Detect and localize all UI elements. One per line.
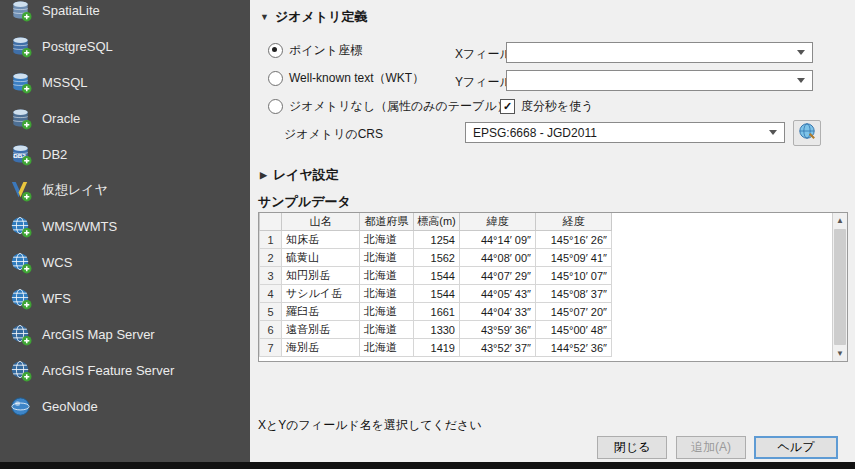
table-cell: 北海道: [360, 321, 414, 339]
table-cell: 1330: [414, 321, 460, 339]
scroll-down-icon[interactable]: ▼: [833, 346, 847, 361]
x-field-combobox[interactable]: [506, 42, 813, 63]
sidebar-item-仮想レイヤ[interactable]: 仮想レイヤ: [0, 172, 250, 208]
help-button[interactable]: ヘルプ: [754, 436, 838, 459]
row-number-cell: 5: [260, 303, 282, 321]
table-cell: 1254: [414, 231, 460, 249]
sidebar-item-label: DB2: [42, 147, 67, 162]
data-source-manager-dialog: SpatiaLite PostgreSQL MSSQL Oracle DB2: [0, 0, 855, 469]
arcgis-map-server-icon: [8, 322, 32, 346]
delimited-text-panel: ジオメトリ定義 ポイント座標 Well-known text（WKT） ジオメト…: [250, 0, 855, 462]
table-cell: 145°07′ 20″: [536, 303, 612, 321]
table-row[interactable]: 5羅臼岳北海道166144°04′ 33″145°07′ 20″: [260, 303, 612, 321]
status-message: XとYのフィールド名を選択してください: [258, 417, 482, 434]
column-header: 標高(m): [414, 213, 460, 231]
scroll-up-icon[interactable]: ▲: [833, 213, 847, 228]
table-cell: 1544: [414, 285, 460, 303]
point-coordinates-radio[interactable]: ポイント座標: [268, 42, 362, 59]
y-field-combobox[interactable]: [506, 70, 813, 91]
table-empty-area: [612, 213, 832, 361]
wkt-radio[interactable]: Well-known text（WKT）: [268, 70, 424, 87]
row-number-cell: 7: [260, 339, 282, 357]
sidebar-item-oracle[interactable]: Oracle: [0, 100, 250, 136]
sidebar-item-wms-wmts[interactable]: WMS/WMTS: [0, 208, 250, 244]
row-number-cell: 1: [260, 231, 282, 249]
crs-picker-button[interactable]: [793, 120, 821, 146]
sidebar-item-db2[interactable]: DB2 DB2: [0, 136, 250, 172]
table-cell: 145°10′ 07″: [536, 267, 612, 285]
wkt-label: Well-known text（WKT）: [289, 70, 424, 87]
sidebar-item-geonode[interactable]: GeoNode: [0, 388, 250, 424]
source-type-sidebar: SpatiaLite PostgreSQL MSSQL Oracle DB2: [0, 0, 250, 462]
sidebar-item-label: ArcGIS Feature Server: [42, 363, 174, 378]
table-cell: 144°52′ 36″: [536, 339, 612, 357]
table-cell: 北海道: [360, 285, 414, 303]
scrollbar-thumb[interactable]: [834, 229, 846, 345]
table-row[interactable]: 2硫黄山北海道156244°08′ 00″145°09′ 41″: [260, 249, 612, 267]
table-cell: 北海道: [360, 249, 414, 267]
add-button[interactable]: 追加(A): [676, 436, 746, 459]
wcs-globe-icon: [8, 250, 32, 274]
table-cell: 羅臼岳: [282, 303, 360, 321]
no-geometry-label: ジオメトリなし（属性のみのテーブル）: [289, 98, 509, 115]
sidebar-item-mssql[interactable]: MSSQL: [0, 64, 250, 100]
table-body: 1知床岳北海道125444°14′ 09″145°16′ 26″2硫黄山北海道1…: [260, 231, 612, 357]
crs-combobox[interactable]: EPSG:6668 - JGD2011: [465, 122, 785, 143]
dms-checkbox[interactable]: ✓ 度分秒を使う: [500, 98, 594, 115]
chevron-down-icon: [797, 78, 805, 83]
table-cell: 1661: [414, 303, 460, 321]
dms-label: 度分秒を使う: [521, 98, 594, 115]
sidebar-item-arcgis-feature-server[interactable]: ArcGIS Feature Server: [0, 352, 250, 388]
layer-settings-title: レイヤ設定: [273, 166, 339, 184]
sample-data-table: 山名都道府県標高(m)緯度経度 1知床岳北海道125444°14′ 09″145…: [259, 213, 612, 357]
table-header-row: 山名都道府県標高(m)緯度経度: [260, 213, 612, 231]
geonode-icon: [8, 394, 32, 418]
table-cell: 1544: [414, 267, 460, 285]
table-cell: 硫黄山: [282, 249, 360, 267]
table-cell: 44°05′ 43″: [460, 285, 536, 303]
sidebar-item-wfs[interactable]: WFS: [0, 280, 250, 316]
no-geometry-radio[interactable]: ジオメトリなし（属性のみのテーブル）: [268, 98, 509, 115]
table-cell: 44°08′ 00″: [460, 249, 536, 267]
arcgis-feature-server-icon: [8, 358, 32, 382]
row-number-cell: 6: [260, 321, 282, 339]
sidebar-item-label: GeoNode: [42, 399, 98, 414]
column-header: 経度: [536, 213, 612, 231]
spatialite-database-icon: [8, 0, 32, 22]
sidebar-item-spatialite[interactable]: SpatiaLite: [0, 0, 250, 28]
table-cell: 145°16′ 26″: [536, 231, 612, 249]
table-cell: 1562: [414, 249, 460, 267]
db2-database-icon: DB2: [8, 142, 32, 166]
table-cell: 44°14′ 09″: [460, 231, 536, 249]
sidebar-list: SpatiaLite PostgreSQL MSSQL Oracle DB2: [0, 0, 250, 424]
crs-label: ジオメトリのCRS: [284, 126, 383, 143]
point-coordinates-label: ポイント座標: [289, 42, 362, 59]
row-number-cell: 3: [260, 267, 282, 285]
radio-icon: [268, 71, 283, 86]
table-cell: 北海道: [360, 231, 414, 249]
table-cell: 海別岳: [282, 339, 360, 357]
window-bottom-edge: [0, 462, 855, 469]
geometry-definition-header[interactable]: ジオメトリ定義: [260, 8, 367, 26]
table-cell: 44°04′ 33″: [460, 303, 536, 321]
row-number-header: [260, 213, 282, 231]
table-row[interactable]: 7海別岳北海道141943°52′ 37″144°52′ 36″: [260, 339, 612, 357]
crs-value: EPSG:6668 - JGD2011: [473, 126, 597, 140]
table-scrollbar[interactable]: ▲ ▼: [832, 213, 847, 361]
sidebar-item-postgresql[interactable]: PostgreSQL: [0, 28, 250, 64]
close-button[interactable]: 閉じる: [597, 436, 667, 459]
table-row[interactable]: 6遠音別岳北海道133043°59′ 36″145°00′ 48″: [260, 321, 612, 339]
column-header: 都道府県: [360, 213, 414, 231]
column-header: 山名: [282, 213, 360, 231]
sidebar-item-arcgis-map-server[interactable]: ArcGIS Map Server: [0, 316, 250, 352]
wms-wmts-globe-icon: [8, 214, 32, 238]
table-cell: 北海道: [360, 303, 414, 321]
table-row[interactable]: 1知床岳北海道125444°14′ 09″145°16′ 26″: [260, 231, 612, 249]
table-cell: 43°52′ 37″: [460, 339, 536, 357]
table-cell: 知床岳: [282, 231, 360, 249]
expand-arrow-icon: [260, 170, 267, 180]
layer-settings-header[interactable]: レイヤ設定: [260, 166, 339, 184]
table-row[interactable]: 3知円別岳北海道154444°07′ 29″145°10′ 07″: [260, 267, 612, 285]
table-row[interactable]: 4サシルイ岳北海道154444°05′ 43″145°08′ 37″: [260, 285, 612, 303]
sidebar-item-wcs[interactable]: WCS: [0, 244, 250, 280]
